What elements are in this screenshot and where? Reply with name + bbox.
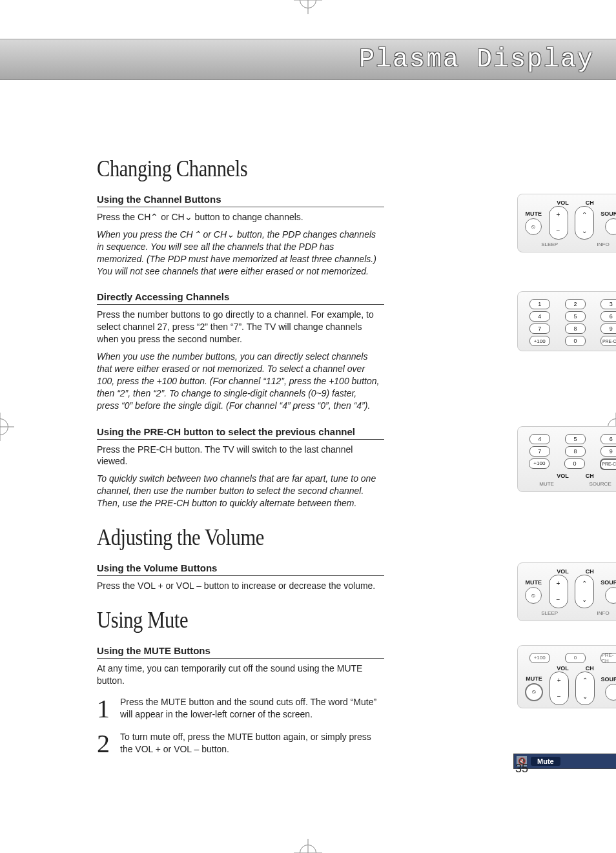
figure-remote-vol-ch: VOL CH MUTE ⦸ + − ⌃ ⌄	[517, 194, 616, 252]
num-8-button[interactable]: 8	[565, 324, 586, 334]
source-button[interactable]	[605, 587, 617, 604]
plus100-button[interactable]: +100	[529, 458, 549, 469]
subhead-volume: Using the Volume Buttons	[97, 562, 384, 576]
num-6-button[interactable]: 6	[601, 434, 616, 444]
block-prech: Using the PRE-CH button to select the pr…	[97, 426, 510, 509]
step-1: 1 Press the MUTE button and the sound cu…	[97, 696, 381, 722]
vol-rocker[interactable]: + −	[549, 575, 568, 608]
label-mute: MUTE	[525, 675, 543, 682]
num-7-button[interactable]: 7	[529, 324, 550, 334]
ch-rocker[interactable]: ⌃ ⌄	[575, 206, 594, 240]
minus-icon: −	[557, 693, 561, 700]
prech-button-highlight[interactable]: PRE-CH	[600, 458, 616, 470]
chevron-up-icon: ⌃	[582, 677, 588, 684]
chevron-up-icon: ⌃	[582, 211, 587, 218]
block-volume: Using the Volume Buttons Press the VOL +…	[97, 562, 510, 592]
source-button[interactable]	[605, 218, 617, 235]
block-direct-access: Directly Accessing Channels Press the nu…	[97, 291, 510, 411]
note-channel-buttons: When you press the CH⌃ or CH⌄ button, th…	[97, 229, 381, 278]
register-mark-left	[0, 418, 8, 435]
figure-remote-mute: +100 0 PRE-CH VOL CH MUTE ⦸ + −	[517, 645, 616, 708]
num-0-button[interactable]: 0	[565, 653, 586, 663]
chevron-down-icon: ⌄	[185, 212, 192, 222]
ch-rocker[interactable]: ⌃ ⌄	[575, 672, 595, 705]
block-mute: Using the MUTE Buttons At any time, you …	[97, 645, 510, 757]
num-7-button[interactable]: 7	[529, 446, 550, 457]
step-number-1: 1	[97, 696, 110, 722]
num-8-button[interactable]: 8	[565, 446, 586, 457]
label-source: SOURCE	[601, 676, 617, 683]
label-source: SOURCE	[601, 211, 616, 217]
label-ch: CH	[586, 200, 594, 206]
plus-icon: +	[557, 580, 560, 587]
num-4-button[interactable]: 4	[529, 434, 550, 444]
num-1-button[interactable]: 1	[529, 299, 550, 309]
register-mark-top	[300, 0, 316, 8]
num-5-button[interactable]: 5	[565, 434, 586, 444]
page-number: 35	[515, 762, 528, 776]
label-ch: CH	[586, 568, 594, 575]
subhead-channel-buttons: Using the Channel Buttons	[97, 194, 384, 207]
heading-changing-channels: Changing Channels	[97, 155, 448, 182]
chevron-down-icon: ⌄	[582, 227, 587, 234]
source-button[interactable]	[605, 684, 616, 701]
label-vol: VOL	[557, 200, 569, 206]
label-source: SOURCE	[601, 579, 616, 586]
figure-remote-numpad: 1 2 3 4 5 6 7 8 9 +100 0 PRE-CH	[517, 291, 616, 351]
vol-rocker[interactable]: + −	[549, 206, 568, 240]
step-2: 2 To turn mute off, press the MUTE butto…	[97, 731, 381, 757]
text-mute: At any time, you can temporarily cut off…	[97, 663, 381, 687]
text-volume: Press the VOL + or VOL – button to incre…	[97, 580, 381, 592]
ch-rocker[interactable]: ⌃ ⌄	[575, 575, 594, 608]
figure-remote-volume: VOL CH MUTE ⦸ + − ⌃ ⌄	[517, 562, 616, 621]
plus100-button[interactable]: +100	[529, 336, 550, 346]
num-0-button[interactable]: 0	[564, 458, 585, 469]
chevron-down-icon: ⌄	[227, 229, 234, 240]
mute-button[interactable]: ⦸	[525, 587, 542, 604]
chevron-down-icon: ⌄	[582, 693, 588, 700]
header-band: Plasma Display	[0, 39, 616, 80]
label-info: INFO	[597, 242, 610, 247]
note-direct-access: When you use the number buttons, you can…	[97, 351, 381, 411]
chevron-up-icon: ⌃	[193, 229, 201, 240]
mute-button[interactable]: ⦸	[525, 218, 542, 235]
chevron-down-icon: ⌄	[582, 596, 587, 603]
num-3-button[interactable]: 3	[601, 299, 616, 309]
label-vol: VOL	[557, 473, 569, 479]
prech-button[interactable]: PRE-CH	[601, 336, 616, 346]
label-sleep: SLEEP	[541, 242, 558, 247]
label-source: SOURCE	[589, 481, 611, 487]
heading-using-mute: Using Mute	[97, 606, 448, 633]
prech-button[interactable]: PRE-CH	[601, 653, 616, 663]
step-2-text: To turn mute off, press the MUTE button …	[120, 731, 381, 757]
num-9-button[interactable]: 9	[601, 446, 616, 457]
main-content: Changing Channels Using the Channel Butt…	[97, 155, 510, 771]
header-title: Plasma Display	[359, 45, 594, 74]
subhead-prech: Using the PRE-CH button to select the pr…	[97, 426, 384, 440]
label-vol: VOL	[557, 568, 569, 575]
label-ch: CH	[586, 473, 594, 479]
plus-icon: +	[557, 677, 561, 684]
plus100-button[interactable]: +100	[529, 653, 550, 663]
label-ch: CH	[586, 665, 594, 672]
subhead-direct-access: Directly Accessing Channels	[97, 291, 384, 305]
num-9-button[interactable]: 9	[601, 324, 616, 334]
osd-mute-label: Mute	[531, 757, 560, 766]
chevron-up-icon: ⌃	[582, 580, 587, 587]
num-4-button[interactable]: 4	[529, 311, 550, 322]
block-channel-buttons: Using the Channel Buttons Press the CH⌃ …	[97, 194, 510, 277]
figure-remote-prech: 4 5 6 7 8 9 +100 0 PRE-CH VOL CH	[517, 426, 616, 492]
vol-rocker[interactable]: + −	[549, 672, 569, 705]
mute-button-highlight[interactable]: ⦸	[525, 683, 543, 701]
register-mark-bottom	[300, 845, 316, 853]
text-prech: Press the PRE-CH button. The TV will swi…	[97, 444, 381, 468]
text-channel-buttons: Press the CH⌃ or CH⌄ button to change ch…	[97, 211, 381, 223]
num-6-button[interactable]: 6	[601, 311, 616, 322]
num-2-button[interactable]: 2	[565, 299, 586, 309]
text-direct-access: Press the number buttons to go directly …	[97, 309, 381, 345]
label-info: INFO	[597, 610, 610, 616]
step-number-2: 2	[97, 731, 110, 757]
label-vol: VOL	[557, 665, 569, 672]
num-5-button[interactable]: 5	[565, 311, 586, 322]
num-0-button[interactable]: 0	[565, 336, 586, 346]
